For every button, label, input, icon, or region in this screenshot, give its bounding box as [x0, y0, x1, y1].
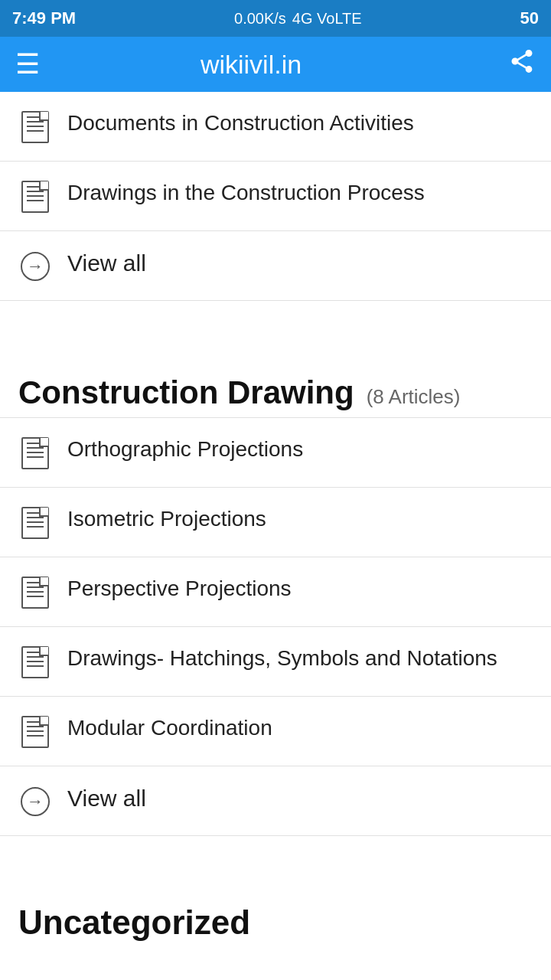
view-all-label: View all	[67, 783, 533, 815]
doc-icon	[18, 506, 52, 540]
list-item[interactable]: Modular Coordination	[0, 697, 551, 766]
uncategorized-title: Uncategorized	[0, 873, 551, 954]
doc-icon	[18, 180, 52, 214]
doc-icon	[18, 436, 52, 470]
partial-section: Documents in Construction Activities Dra…	[0, 92, 551, 301]
section-header: Construction Drawing (8 Articles)	[0, 338, 551, 418]
share-icon[interactable]	[508, 47, 536, 81]
status-battery: 50	[520, 8, 539, 28]
doc-icon	[18, 645, 52, 679]
view-all-item-1[interactable]: → View all	[0, 231, 551, 301]
list-item[interactable]: Isometric Projections	[0, 488, 551, 557]
section-spacer-2	[0, 836, 551, 873]
doc-icon	[18, 110, 52, 144]
construction-drawing-section: Construction Drawing (8 Articles) Orthog…	[0, 338, 551, 836]
list-item[interactable]: Documents in Construction Activities	[0, 92, 551, 162]
circle-arrow-icon: →	[18, 250, 52, 283]
circle-arrow-icon: →	[18, 785, 52, 818]
list-item[interactable]: Drawings- Hatchings, Symbols and Notatio…	[0, 627, 551, 697]
item-text: Orthographic Projections	[67, 435, 533, 464]
item-text: Documents in Construction Activities	[67, 109, 533, 138]
view-all-label: View all	[67, 248, 533, 279]
item-text: Drawings in the Construction Process	[67, 178, 533, 207]
view-all-item-2[interactable]: → View all	[0, 766, 551, 836]
status-center: 0.00K/s 4G VoLTE	[234, 10, 362, 28]
toolbar-title: wikiivil.in	[58, 50, 444, 80]
section-spacer	[0, 301, 551, 338]
doc-icon	[18, 576, 52, 609]
status-bar: 7:49 PM 0.00K/s 4G VoLTE 50	[0, 0, 551, 37]
list-item[interactable]: Drawings in the Construction Process	[0, 162, 551, 231]
list-item[interactable]: Orthographic Projections	[0, 418, 551, 488]
item-text: Modular Coordination	[67, 714, 533, 743]
hamburger-menu-icon[interactable]: ☰	[15, 51, 40, 78]
section-count: (8 Articles)	[367, 385, 461, 409]
doc-icon	[18, 715, 52, 749]
item-text: Drawings- Hatchings, Symbols and Notatio…	[67, 644, 533, 673]
toolbar: ☰ wikiivil.in	[0, 37, 551, 92]
list-item[interactable]: Perspective Projections	[0, 557, 551, 627]
status-time: 7:49 PM	[12, 8, 76, 28]
content: Documents in Construction Activities Dra…	[0, 92, 551, 954]
section-title: Construction Drawing	[18, 374, 354, 411]
item-text: Perspective Projections	[67, 574, 533, 603]
status-network-type: 4G VoLTE	[292, 10, 362, 28]
item-text: Isometric Projections	[67, 505, 533, 534]
status-network-speed: 0.00K/s	[234, 10, 286, 28]
